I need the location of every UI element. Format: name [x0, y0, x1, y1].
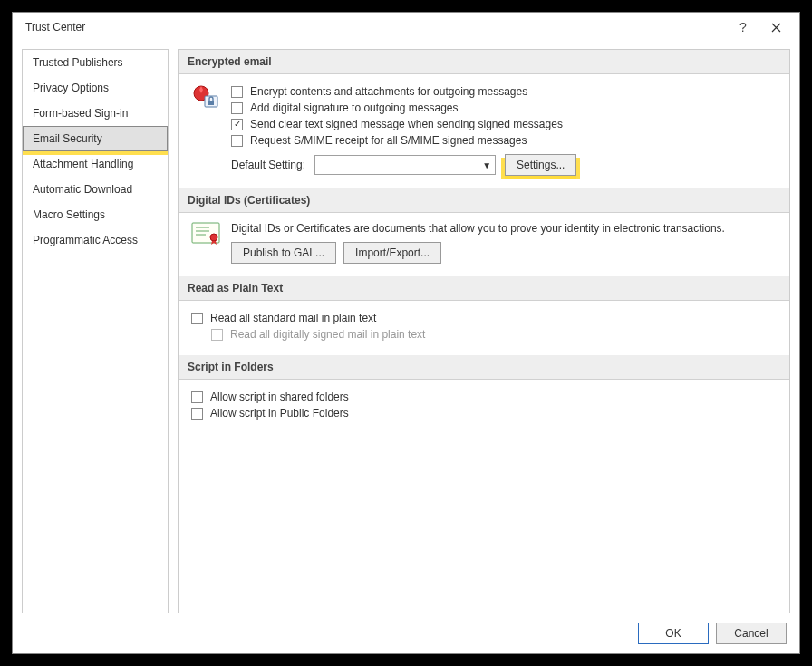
main-panel: Encrypted email	[178, 49, 790, 613]
ok-button[interactable]: OK	[638, 623, 709, 644]
checkbox-icon	[231, 135, 243, 147]
checkbox-icon	[191, 313, 203, 324]
svg-point-7	[210, 234, 218, 241]
seal-lock-icon	[191, 83, 222, 115]
sidebar-item-trusted-publishers[interactable]: Trusted Publishers	[23, 50, 168, 75]
checkbox-send-clear-text[interactable]: Send clear text signed message when send…	[231, 116, 777, 132]
checkbox-icon	[231, 102, 243, 114]
checkbox-icon	[231, 119, 243, 130]
certificate-icon	[191, 222, 222, 248]
checkbox-icon	[211, 329, 223, 341]
sidebar-item-programmatic-access[interactable]: Programmatic Access	[23, 227, 168, 253]
dialog-footer: OK Cancel	[13, 613, 799, 653]
checkbox-icon	[191, 391, 203, 403]
sidebar-item-attachment-handling[interactable]: Attachment Handling	[23, 151, 168, 177]
checkbox-encrypt-contents[interactable]: Encrypt contents and attachments for out…	[231, 83, 777, 100]
checkbox-script-shared[interactable]: Allow script in shared folders	[191, 389, 777, 405]
section-plain-text-header: Read as Plain Text	[179, 276, 789, 301]
chevron-down-icon: ▼	[482, 160, 491, 170]
close-button[interactable]	[759, 14, 792, 40]
help-button[interactable]: ?	[727, 14, 759, 40]
checkbox-icon	[191, 408, 203, 420]
cancel-button[interactable]: Cancel	[716, 623, 787, 644]
sidebar: Trusted Publishers Privacy Options Form-…	[22, 49, 169, 613]
section-script-folders-header: Script in Folders	[179, 355, 789, 380]
section-encrypted-header: Encrypted email	[179, 50, 789, 74]
sidebar-item-automatic-download[interactable]: Automatic Download	[23, 177, 168, 202]
trust-center-dialog: Trust Center ? Trusted Publishers Privac…	[12, 12, 800, 654]
import-export-button[interactable]: Import/Export...	[343, 242, 441, 264]
checkbox-read-all-plain[interactable]: Read all standard mail in plain text	[191, 310, 777, 326]
default-setting-label: Default Setting:	[231, 159, 305, 171]
titlebar: Trust Center ?	[13, 13, 799, 42]
checkbox-read-signed-plain: Read all digitally signed mail in plain …	[211, 326, 777, 343]
settings-button[interactable]: Settings...	[505, 154, 576, 176]
checkbox-icon	[231, 86, 243, 98]
sidebar-item-form-based-signin[interactable]: Form-based Sign-in	[23, 101, 168, 126]
checkbox-script-public[interactable]: Allow script in Public Folders	[191, 405, 777, 421]
sidebar-item-macro-settings[interactable]: Macro Settings	[23, 202, 168, 227]
close-icon	[771, 23, 781, 33]
sidebar-item-privacy-options[interactable]: Privacy Options	[23, 75, 168, 101]
digital-ids-desc: Digital IDs or Certificates are document…	[231, 222, 725, 235]
checkbox-add-signature[interactable]: Add digital signature to outgoing messag…	[231, 100, 777, 116]
svg-rect-2	[208, 101, 214, 105]
publish-to-gal-button[interactable]: Publish to GAL...	[231, 242, 336, 264]
section-digital-ids-header: Digital IDs (Certificates)	[179, 188, 789, 213]
default-setting-combo[interactable]: ▼	[314, 155, 496, 175]
sidebar-item-email-security[interactable]: Email Security	[23, 126, 168, 151]
checkbox-request-smime-receipt[interactable]: Request S/MIME receipt for all S/MIME si…	[231, 132, 777, 149]
window-title: Trust Center	[25, 21, 85, 34]
